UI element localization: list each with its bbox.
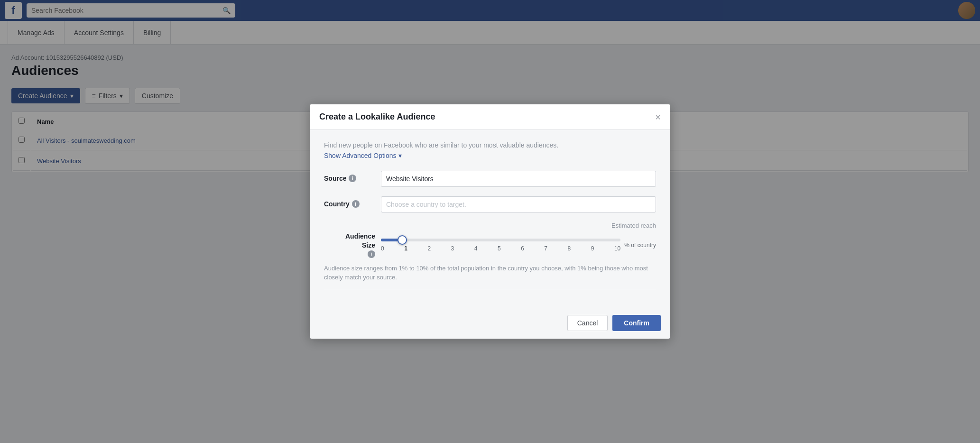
source-info-icon[interactable]: i [349, 175, 356, 182]
modal-title: Create a Lookalike Audience [319, 112, 435, 122]
modal-body: Find new people on Facebook who are simi… [310, 130, 670, 182]
show-advanced-label: Show Advanced Options [324, 152, 397, 159]
source-label: Source i [324, 171, 381, 182]
source-form-row: Source i [324, 171, 656, 182]
show-advanced-options-button[interactable]: Show Advanced Options ▾ [324, 152, 402, 159]
modal-header: Create a Lookalike Audience × [310, 104, 670, 130]
show-advanced-chevron-icon: ▾ [398, 152, 402, 159]
modal-close-button[interactable]: × [655, 112, 661, 122]
create-lookalike-modal: Create a Lookalike Audience × Find new p… [310, 104, 670, 182]
modal-overlay: Create a Lookalike Audience × Find new p… [0, 0, 980, 182]
source-input[interactable] [381, 171, 656, 182]
modal-description: Find new people on Facebook who are simi… [324, 141, 656, 149]
